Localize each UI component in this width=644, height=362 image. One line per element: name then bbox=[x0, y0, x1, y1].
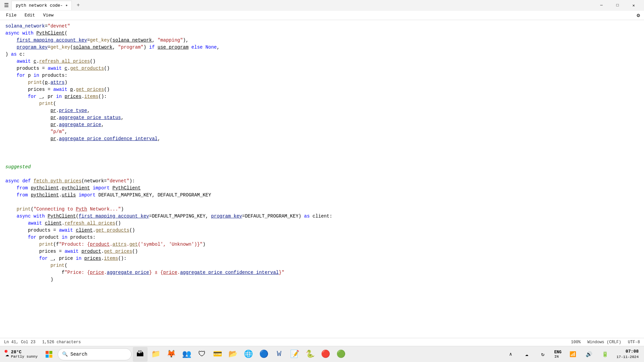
taskbar-photo-icon[interactable]: 🏔 bbox=[133, 347, 148, 362]
clock-time: 07:08 bbox=[616, 349, 639, 355]
code-line-15: pr.aggregate_price, bbox=[5, 121, 639, 128]
code-line-37: ) bbox=[5, 276, 639, 283]
titlebar: ☰ pyth network code- ● + ─ □ ✕ bbox=[0, 0, 644, 11]
tray-refresh-icon[interactable]: ↻ bbox=[535, 347, 550, 362]
tray-up-arrow-icon[interactable]: ∧ bbox=[503, 347, 518, 362]
tray-wifi-icon[interactable]: 📶 bbox=[566, 347, 580, 362]
code-editor[interactable]: solana_network="devnet" async with PythC… bbox=[0, 20, 644, 338]
search-icon: 🔍 bbox=[62, 351, 68, 357]
blank-line-20 bbox=[5, 157, 639, 164]
code-line-24: from pythclient.pythclient import PythCl… bbox=[5, 185, 639, 192]
char-count: 1,526 characters bbox=[42, 340, 81, 345]
code-line-33: prices = await product.get_prices() bbox=[5, 248, 639, 255]
taskbar-python-icon[interactable]: 🐍 bbox=[303, 347, 317, 362]
taskbar-search[interactable]: 🔍 Search bbox=[58, 348, 131, 360]
code-line-30: products = await client.get_products() bbox=[5, 227, 639, 234]
tray-sound-icon[interactable]: 🔊 bbox=[582, 347, 596, 362]
svg-rect-1 bbox=[49, 351, 52, 354]
code-line-36: f"Price: {price.aggregate_price} ± {pric… bbox=[5, 269, 639, 276]
system-tray: ∧ ☁ ↻ ENG IN 📶 🔊 🔋 bbox=[503, 347, 612, 362]
line-ending[interactable]: Windows (CRLF) bbox=[587, 340, 621, 345]
tab-close-icon[interactable]: ● bbox=[65, 4, 67, 7]
close-button[interactable]: ✕ bbox=[626, 0, 641, 11]
code-line-35: print( bbox=[5, 262, 639, 269]
new-tab-button[interactable]: + bbox=[73, 1, 83, 10]
blank-line-22 bbox=[5, 171, 639, 178]
tray-cloud-icon[interactable]: ☁ bbox=[519, 347, 534, 362]
tab-label: pyth network code- bbox=[16, 3, 63, 8]
menubar: File Edit View ⚙ bbox=[0, 11, 644, 20]
taskbar-app-icons: 🏔 📁 🦊 👥 🛡 💳 📂 🌐 🔵 W 📝 🐍 🔴 🟢 bbox=[133, 347, 348, 362]
code-line-23: async def fetch_pyth_prices(network="dev… bbox=[5, 178, 639, 185]
code-line-13: pr.price_type, bbox=[5, 107, 639, 114]
code-line-25: from pythclient.utils import DEFAULT_MAP… bbox=[5, 192, 639, 199]
code-line-31: for product in products: bbox=[5, 234, 639, 241]
settings-icon[interactable]: ⚙ bbox=[635, 11, 641, 20]
svg-rect-2 bbox=[46, 355, 49, 358]
code-line-28: async with PythClient(first_mapping_acco… bbox=[5, 213, 639, 220]
file-menu[interactable]: File bbox=[3, 12, 20, 18]
taskbar-browser2-icon[interactable]: 🦊 bbox=[164, 347, 178, 362]
encoding[interactable]: UTF-8 bbox=[628, 340, 640, 345]
weather-info: 28°C Partly sunny bbox=[11, 350, 38, 359]
taskbar-wallet-icon[interactable]: 💳 bbox=[210, 347, 225, 362]
zoom-level[interactable]: 100% bbox=[571, 340, 581, 345]
code-line-3: first_mapping_account_key=get_key(solana… bbox=[5, 37, 639, 44]
code-line-34: for _, price in prices.items(): bbox=[5, 255, 639, 262]
notification-count: 1 bbox=[5, 350, 7, 353]
code-line-9: print(p.attrs) bbox=[5, 79, 639, 86]
tray-battery-icon[interactable]: 🔋 bbox=[598, 347, 612, 362]
taskbar-teams-icon[interactable]: 👥 bbox=[179, 347, 194, 362]
code-line-11: for _, pr in prices.items(): bbox=[5, 93, 639, 100]
minimize-button[interactable]: ─ bbox=[594, 0, 609, 11]
weather-widget: ☁ 1 28°C Partly sunny bbox=[3, 350, 40, 359]
code-line-8: for p in products: bbox=[5, 72, 639, 79]
code-line-10: prices = await p.get_prices() bbox=[5, 86, 639, 93]
code-line-27: print("Connecting to Pyth Network...") bbox=[5, 206, 639, 213]
svg-rect-0 bbox=[46, 351, 49, 354]
blank-line-26 bbox=[5, 199, 639, 206]
taskbar: ☁ 1 28°C Partly sunny 🔍 Search 🏔 📁 🦊 👥 🛡 bbox=[0, 346, 644, 362]
code-line-4: program_key=get_key(solana_network, "pro… bbox=[5, 44, 639, 51]
code-line-16: "p/m", bbox=[5, 128, 639, 135]
taskbar-word-icon[interactable]: W bbox=[272, 347, 286, 362]
region-label: IN bbox=[554, 355, 561, 359]
active-tab[interactable]: pyth network code- ● bbox=[11, 1, 72, 10]
taskbar-edge-icon[interactable]: 🔵 bbox=[256, 347, 271, 362]
taskbar-chrome-icon[interactable]: 🔴 bbox=[318, 347, 333, 362]
taskbar-notepad-icon[interactable]: 📝 bbox=[287, 347, 302, 362]
search-label: Search bbox=[70, 352, 87, 357]
blank-line-19 bbox=[5, 149, 639, 157]
code-line-12: print( bbox=[5, 100, 639, 107]
code-line-6: await c.refresh_all_prices() bbox=[5, 58, 639, 65]
system-clock[interactable]: 07:08 17-11-2024 bbox=[614, 349, 641, 360]
code-line-7: products = await c.get_products() bbox=[5, 65, 639, 72]
code-line-2: async with PythClient( bbox=[5, 30, 639, 37]
cursor-position: Ln 41, Col 23 bbox=[4, 340, 36, 345]
view-menu[interactable]: View bbox=[40, 12, 57, 18]
taskbar-antivirus-icon[interactable]: 🛡 bbox=[195, 347, 209, 362]
start-button[interactable] bbox=[42, 347, 56, 362]
blank-line-18 bbox=[5, 142, 639, 149]
code-line-21: suggested bbox=[5, 164, 639, 171]
notification-badge: ☁ 1 bbox=[5, 351, 9, 358]
code-line-5: ) as c: bbox=[5, 51, 639, 58]
hamburger-menu-icon[interactable]: ☰ bbox=[3, 1, 10, 10]
code-line-1: solana_network="devnet" bbox=[5, 23, 639, 30]
taskbar-folder-icon[interactable]: 📁 bbox=[148, 347, 163, 362]
taskbar-files-icon[interactable]: 📂 bbox=[225, 347, 240, 362]
svg-rect-3 bbox=[49, 355, 52, 358]
edit-menu[interactable]: Edit bbox=[21, 12, 38, 18]
window-controls: ─ □ ✕ bbox=[594, 0, 641, 11]
taskbar-chrome2-icon[interactable]: 🟢 bbox=[333, 347, 348, 362]
language-indicator[interactable]: ENG IN bbox=[551, 350, 564, 359]
code-line-14: pr.aggregate_price_status, bbox=[5, 114, 639, 121]
weather-desc: Partly sunny bbox=[11, 355, 38, 359]
clock-date: 17-11-2024 bbox=[616, 355, 639, 360]
taskbar-browser-icon[interactable]: 🌐 bbox=[241, 347, 256, 362]
statusbar: Ln 41, Col 23 1,526 characters 100% Wind… bbox=[0, 338, 644, 346]
code-line-17: pr.aggregate_price_confidence_interval, bbox=[5, 135, 639, 142]
lang-label: ENG bbox=[554, 350, 561, 355]
restore-button[interactable]: □ bbox=[610, 0, 625, 11]
code-line-32: print(f"Product: {product.attrs.get('sym… bbox=[5, 241, 639, 248]
